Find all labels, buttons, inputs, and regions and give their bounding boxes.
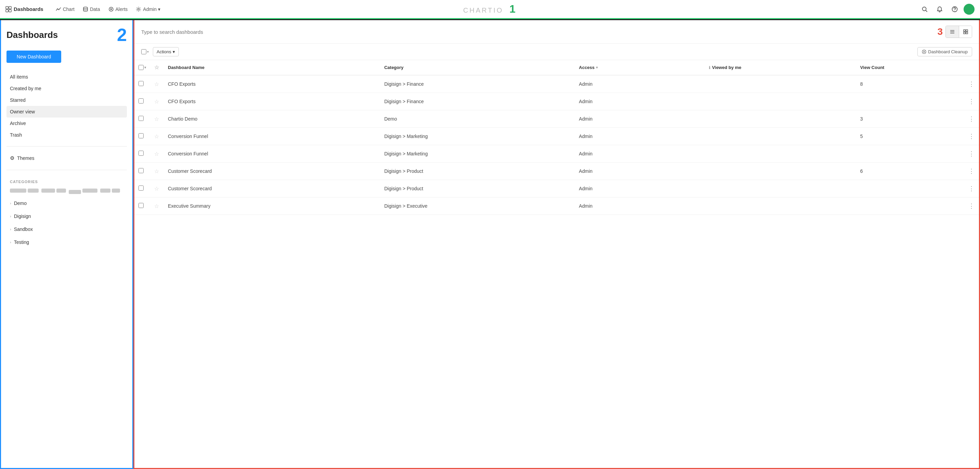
list-view-icon: [950, 29, 955, 35]
sidebar-item-starred[interactable]: Starred: [6, 94, 127, 106]
row-menu-dots-5[interactable]: ⋮: [968, 168, 975, 174]
row-star-2[interactable]: ☆: [154, 116, 159, 122]
select-caret-icon[interactable]: ▾: [147, 50, 149, 54]
svg-rect-1: [9, 6, 11, 9]
row-menu-7[interactable]: ⋮: [964, 197, 979, 215]
row-checkbox-6[interactable]: [138, 185, 144, 191]
row-name-6[interactable]: Customer Scorecard: [164, 180, 380, 197]
alerts-icon: [108, 6, 114, 12]
row-name-0[interactable]: CFO Exports: [164, 75, 380, 93]
content-search-header: 3: [134, 20, 979, 44]
row-viewed-6: [705, 180, 856, 197]
th-viewed[interactable]: ℹ Viewed by me: [705, 60, 856, 75]
row-menu-1[interactable]: ⋮: [964, 93, 979, 110]
access-sort[interactable]: Access ▾: [579, 65, 701, 70]
row-menu-dots-4[interactable]: ⋮: [968, 150, 975, 157]
row-menu-dots-1[interactable]: ⋮: [968, 98, 975, 105]
actions-caret-icon: ▾: [173, 49, 175, 54]
table-row: ☆ Conversion Funnel Digisign > Marketing…: [134, 145, 979, 163]
select-all-checkbox[interactable]: [141, 49, 146, 54]
row-menu-3[interactable]: ⋮: [964, 128, 979, 145]
topnav-right-actions: [918, 3, 975, 15]
row-menu-dots-3[interactable]: ⋮: [968, 133, 975, 140]
sidebar-item-testing[interactable]: › Testing: [6, 236, 127, 248]
row-menu-5[interactable]: ⋮: [964, 163, 979, 180]
nav-alerts[interactable]: Alerts: [104, 4, 132, 15]
thead-caret-icon[interactable]: ▾: [144, 66, 146, 69]
themes-button[interactable]: ⚙ Themes: [6, 152, 127, 164]
dashboard-cleanup-button[interactable]: Dashboard Cleanup: [918, 47, 972, 56]
row-star-4[interactable]: ☆: [154, 151, 159, 157]
row-checkbox-1[interactable]: [138, 98, 144, 103]
row-star-0[interactable]: ☆: [154, 81, 159, 87]
row-checkbox-2[interactable]: [138, 116, 144, 121]
row-checkbox-0[interactable]: [138, 81, 144, 86]
actions-button[interactable]: Actions ▾: [153, 47, 179, 56]
row-menu-4[interactable]: ⋮: [964, 145, 979, 163]
row-category-0: Digisign > Finance: [380, 75, 575, 93]
sidebar-item-sandbox[interactable]: › Sandbox: [6, 223, 127, 235]
th-star-icon: ☆: [154, 65, 159, 70]
svg-line-10: [926, 10, 928, 12]
search-button[interactable]: [918, 3, 931, 15]
themes-gear-icon: ⚙: [10, 155, 14, 161]
sidebar-item-all-items[interactable]: All items: [6, 71, 127, 83]
row-menu-2[interactable]: ⋮: [964, 110, 979, 128]
categories-preview: [6, 187, 127, 196]
row-menu-dots-0[interactable]: ⋮: [968, 81, 975, 87]
th-name[interactable]: Dashboard Name: [164, 60, 380, 75]
row-name-2[interactable]: Chartio Demo: [164, 110, 380, 128]
row-access-5: Admin: [575, 163, 705, 180]
row-checkbox-3[interactable]: [138, 133, 144, 138]
row-menu-dots-2[interactable]: ⋮: [968, 116, 975, 122]
row-count-2: 3: [856, 110, 964, 128]
row-name-7[interactable]: Executive Summary: [164, 197, 380, 215]
row-star-6[interactable]: ☆: [154, 186, 159, 192]
cat-demo-label: Demo: [14, 201, 27, 206]
row-menu-dots-6[interactable]: ⋮: [968, 185, 975, 192]
sidebar-item-trash[interactable]: Trash: [6, 129, 127, 141]
list-view-button[interactable]: [946, 26, 959, 38]
row-checkbox-7[interactable]: [138, 203, 144, 208]
nav-data[interactable]: Data: [79, 4, 104, 15]
sidebar-item-demo[interactable]: › Demo: [6, 197, 127, 209]
notifications-button[interactable]: [934, 3, 946, 15]
svg-rect-18: [964, 32, 965, 34]
thead-select-all[interactable]: [138, 65, 144, 70]
help-button[interactable]: [948, 3, 961, 15]
row-checkbox-4[interactable]: [138, 151, 144, 156]
new-dashboard-button[interactable]: New Dashboard: [6, 51, 61, 63]
row-name-1[interactable]: CFO Exports: [164, 93, 380, 110]
row-category-3: Digisign > Marketing: [380, 128, 575, 145]
sidebar-item-digisign[interactable]: › Digisign: [6, 211, 127, 222]
th-access[interactable]: Access ▾: [575, 60, 705, 75]
th-category[interactable]: Category: [380, 60, 575, 75]
nav-admin[interactable]: Admin ▾: [132, 4, 164, 15]
row-name-5[interactable]: Customer Scorecard: [164, 163, 380, 180]
sidebar-item-owner-view[interactable]: Owner view: [6, 106, 127, 117]
grid-view-button[interactable]: [959, 26, 972, 38]
row-menu-0[interactable]: ⋮: [964, 75, 979, 93]
row-menu-6[interactable]: ⋮: [964, 180, 979, 197]
sidebar-item-created-by-me[interactable]: Created by me: [6, 83, 127, 94]
row-star-1[interactable]: ☆: [154, 99, 159, 105]
row-name-4[interactable]: Conversion Funnel: [164, 145, 380, 163]
row-name-3[interactable]: Conversion Funnel: [164, 128, 380, 145]
row-star-5[interactable]: ☆: [154, 168, 159, 174]
row-count-6: [856, 180, 964, 197]
avatar[interactable]: [964, 4, 975, 15]
row-star-3[interactable]: ☆: [154, 133, 159, 139]
row-star-7[interactable]: ☆: [154, 203, 159, 209]
brand[interactable]: Dashboards: [5, 6, 43, 12]
th-name-label: Dashboard Name: [168, 65, 204, 70]
content-area: 3: [134, 19, 980, 469]
th-count-label: View Count: [860, 65, 885, 70]
search-input[interactable]: [141, 28, 929, 36]
th-count[interactable]: View Count: [856, 60, 964, 75]
row-category-7: Digisign > Executive: [380, 197, 575, 215]
row-checkbox-5[interactable]: [138, 168, 144, 173]
sidebar-item-archive[interactable]: Archive: [6, 117, 127, 129]
row-menu-dots-7[interactable]: ⋮: [968, 203, 975, 209]
cat-placeholder-7: [100, 189, 110, 193]
nav-chart[interactable]: Chart: [52, 4, 79, 15]
